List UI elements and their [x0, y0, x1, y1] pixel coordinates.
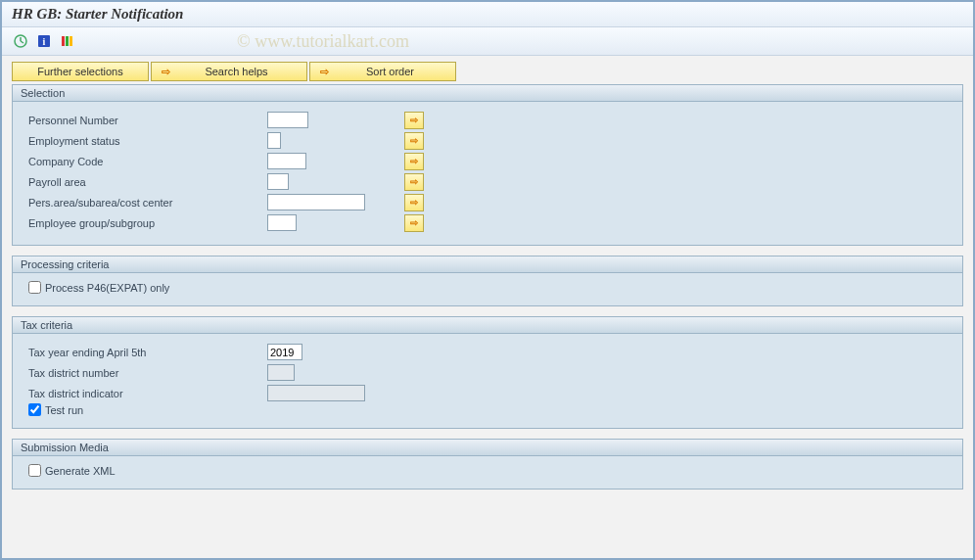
- personnel-number-input[interactable]: [267, 112, 308, 128]
- employment-status-input[interactable]: [267, 132, 281, 149]
- tax-district-indicator-label: Tax district indicator: [23, 388, 267, 399]
- test-run-checkbox[interactable]: [28, 403, 41, 416]
- selection-panel: Selection Personnel Number ⇨ Employment …: [12, 84, 963, 246]
- tax-year-input[interactable]: [267, 344, 302, 360]
- sort-order-label: Sort order: [335, 66, 445, 77]
- further-selections-label: Further selections: [37, 66, 122, 77]
- svg-rect-6: [66, 36, 69, 46]
- content-area: Further selections ⇨ Search helps ⇨ Sort…: [2, 56, 973, 505]
- further-selections-button[interactable]: Further selections: [12, 62, 149, 81]
- company-code-label: Company Code: [23, 156, 267, 167]
- pers-area-label: Pers.area/subarea/cost center: [23, 197, 267, 209]
- action-button-row: Further selections ⇨ Search helps ⇨ Sort…: [12, 62, 963, 81]
- tax-district-number-input[interactable]: [267, 364, 295, 381]
- personnel-number-multi-button[interactable]: ⇨: [404, 112, 424, 129]
- selection-header: Selection: [13, 85, 962, 102]
- employee-group-label: Employee group/subgroup: [23, 217, 267, 229]
- process-p46-row[interactable]: Process P46(EXPAT) only: [23, 281, 952, 294]
- process-p46-checkbox[interactable]: [28, 281, 41, 294]
- submission-header: Submission Media: [13, 440, 962, 456]
- employment-status-label: Employment status: [23, 135, 267, 147]
- employee-group-input[interactable]: [267, 214, 297, 231]
- main-window: HR GB: Starter Notification © www.tutori…: [0, 0, 975, 560]
- tax-header: Tax criteria: [13, 317, 962, 334]
- search-helps-label: Search helps: [176, 66, 297, 77]
- test-run-label: Test run: [45, 404, 83, 416]
- process-p46-label: Process P46(EXPAT) only: [45, 282, 169, 294]
- sort-order-button[interactable]: ⇨ Sort order: [309, 62, 456, 81]
- search-helps-button[interactable]: ⇨ Search helps: [151, 62, 307, 81]
- generate-xml-label: Generate XML: [45, 465, 116, 477]
- company-code-input[interactable]: [267, 153, 306, 169]
- payroll-area-multi-button[interactable]: ⇨: [404, 173, 424, 191]
- generate-xml-row[interactable]: Generate XML: [23, 464, 952, 477]
- svg-rect-7: [70, 36, 72, 46]
- info-icon[interactable]: i: [35, 32, 53, 50]
- payroll-area-input[interactable]: [267, 173, 289, 190]
- page-title: HR GB: Starter Notification: [2, 2, 973, 27]
- toolbar: i: [2, 27, 973, 56]
- arrow-right-icon: ⇨: [320, 66, 329, 78]
- test-run-row[interactable]: Test run: [23, 403, 952, 416]
- variant-icon[interactable]: [59, 32, 76, 50]
- employee-group-multi-button[interactable]: ⇨: [404, 214, 424, 232]
- processing-panel: Processing criteria Process P46(EXPAT) o…: [12, 256, 963, 306]
- svg-text:i: i: [43, 36, 46, 47]
- pers-area-input[interactable]: [267, 194, 365, 210]
- generate-xml-checkbox[interactable]: [28, 464, 41, 477]
- tax-panel: Tax criteria Tax year ending April 5th T…: [12, 316, 963, 429]
- personnel-number-label: Personnel Number: [23, 115, 267, 126]
- svg-line-2: [21, 41, 23, 43]
- tax-district-number-label: Tax district number: [23, 367, 267, 379]
- submission-panel: Submission Media Generate XML: [12, 439, 963, 490]
- svg-rect-5: [62, 36, 65, 46]
- tax-year-label: Tax year ending April 5th: [23, 347, 267, 358]
- execute-icon[interactable]: [12, 32, 29, 50]
- arrow-right-icon: ⇨: [162, 66, 170, 78]
- processing-header: Processing criteria: [13, 257, 962, 273]
- pers-area-multi-button[interactable]: ⇨: [404, 194, 424, 211]
- tax-district-indicator-input[interactable]: [267, 385, 365, 401]
- payroll-area-label: Payroll area: [23, 176, 267, 188]
- employment-status-multi-button[interactable]: ⇨: [404, 132, 424, 150]
- company-code-multi-button[interactable]: ⇨: [404, 153, 424, 170]
